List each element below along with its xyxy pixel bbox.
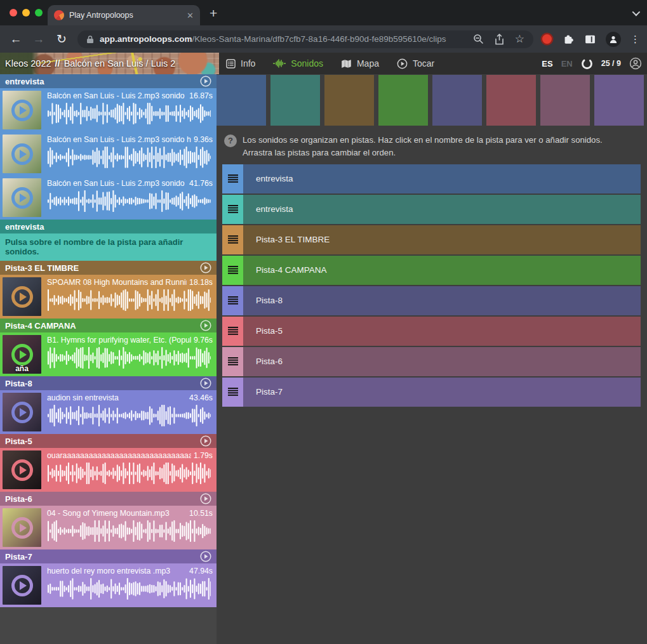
track-section-header[interactable]: Pista-8 (0, 376, 217, 390)
track-row-bar[interactable]: entrevista (243, 195, 641, 224)
drag-handle[interactable] (222, 378, 243, 407)
drag-handle-icon (228, 296, 238, 298)
track-row-label: entrevista (256, 174, 293, 183)
play-clip-icon[interactable] (3, 508, 41, 547)
play-clip-icon[interactable] (3, 135, 41, 173)
lang-es-button[interactable]: ES (542, 59, 552, 69)
clip-meta: 04 - Song of Yimeng Mountain.mp310.51s (44, 506, 217, 549)
track-section-header[interactable]: Pista-6 (0, 492, 217, 506)
track-row-bar[interactable]: Pista-4 CAMPANA (243, 256, 641, 285)
drag-handle[interactable] (222, 164, 243, 194)
drag-handle[interactable] (222, 225, 243, 254)
track-row[interactable]: Pista-4 CAMPANA (222, 256, 641, 285)
play-clip-icon[interactable] (3, 91, 41, 129)
play-ring (11, 344, 33, 365)
back-button[interactable]: ← (6, 30, 25, 49)
track-row[interactable]: Pista-3 EL TIMBRE (222, 225, 641, 254)
header-right: ES EN 25 / 9 (542, 57, 647, 70)
play-ring (11, 517, 33, 539)
track-section-header[interactable]: Pista-7 (0, 549, 217, 563)
clip-item[interactable]: huerto del rey moro entrevista .mp347.94… (0, 563, 217, 607)
play-triangle (20, 408, 27, 417)
bookmark-star-icon[interactable]: ☆ (515, 34, 524, 44)
track-section-header[interactable]: Pista-5 (0, 434, 217, 448)
track-row-bar[interactable]: entrevista (243, 164, 641, 194)
clip-item[interactable]: SPOAMR 08 High Mountains and Running ...… (0, 275, 217, 319)
drag-handle[interactable] (222, 286, 243, 315)
clip-item[interactable]: ouaraaaaaaaaaaaaaaaaaaaaaaaaaaaaaaaaaaa.… (0, 448, 217, 492)
track-section-header[interactable]: entrevista (0, 74, 217, 88)
drag-handle[interactable] (222, 317, 243, 346)
side-panel-icon[interactable] (584, 34, 596, 45)
track-row[interactable]: entrevista (222, 164, 641, 194)
reload-button[interactable]: ↻ (52, 30, 71, 49)
map-thumbnail[interactable]: Kleos 2022//Balcón en San Luis / Luis 2 (0, 53, 219, 74)
track-swatch (594, 75, 644, 126)
track-row[interactable]: Pista-5 (222, 317, 641, 346)
tab-tocar[interactable]: Tocar (397, 58, 434, 69)
info-icon (226, 59, 236, 69)
zoom-window-button[interactable] (35, 9, 43, 16)
person-icon (609, 35, 618, 44)
profile-avatar[interactable] (606, 32, 621, 47)
browser-menu-icon[interactable]: ⋮ (630, 37, 634, 41)
drag-handle[interactable] (222, 195, 243, 224)
play-track-icon[interactable] (200, 551, 211, 562)
lang-en-button[interactable]: EN (561, 59, 573, 69)
play-clip-icon[interactable] (3, 566, 41, 605)
track-row[interactable]: Pista-7 (222, 378, 641, 407)
page-content: entrevistaBalcón en San Luis - Luis 2.mp… (0, 74, 647, 644)
play-clip-icon[interactable] (3, 450, 41, 489)
play-track-icon[interactable] (200, 378, 211, 389)
play-track-icon[interactable] (200, 262, 211, 273)
url-bar[interactable]: app.antropoloops.com/Kleos-Santa-Marina/… (77, 30, 533, 48)
play-clip-icon[interactable] (3, 178, 41, 217)
track-row-bar[interactable]: Pista-6 (243, 347, 641, 376)
clip-item[interactable]: Balcón en San Luis - Luis 2.mp3 sonido h… (0, 88, 217, 132)
clip-item[interactable]: Balcón en San Luis - Luis 2.mp3 sonido h… (0, 132, 217, 176)
close-tab-icon[interactable]: ✕ (187, 11, 194, 20)
clip-meta: audion sin entrevista43.46s (44, 390, 217, 434)
play-track-icon[interactable] (200, 76, 211, 87)
track-row-bar[interactable]: Pista-5 (243, 317, 641, 346)
track-section-header[interactable]: entrevista (0, 220, 217, 233)
play-clip-icon[interactable] (3, 277, 41, 316)
extensions-puzzle-icon[interactable] (563, 33, 575, 45)
play-triangle (20, 292, 27, 301)
app-nav: InfoSonidosMapaTocar (226, 58, 434, 69)
track-row[interactable]: entrevista (222, 195, 641, 224)
play-icon (397, 58, 408, 69)
play-track-icon[interactable] (200, 320, 211, 331)
share-icon[interactable] (495, 34, 504, 45)
browser-tab[interactable]: Play Antropoloops ✕ (48, 5, 200, 25)
minimize-window-button[interactable] (22, 9, 30, 16)
track-section-header[interactable]: Pista-4 CAMPANA (0, 319, 217, 332)
play-track-icon[interactable] (200, 493, 211, 504)
new-tab-button[interactable]: + (210, 6, 217, 21)
track-row-bar[interactable]: Pista-8 (243, 286, 641, 315)
browser-tab-strip: Play Antropoloops ✕ + (0, 0, 647, 25)
track-section-header[interactable]: Pista-3 EL TIMBRE (0, 261, 217, 275)
clip-item[interactable]: 04 - Song of Yimeng Mountain.mp310.51s (0, 506, 217, 549)
account-icon[interactable] (629, 57, 642, 70)
clip-item[interactable]: añaB1. Hymns for purifying water, Etc. (… (0, 332, 217, 376)
drag-handle[interactable] (222, 256, 243, 285)
clip-item[interactable]: audion sin entrevista43.46s (0, 390, 217, 434)
zoom-icon[interactable] (473, 34, 484, 44)
track-row-bar[interactable]: Pista-7 (243, 378, 641, 407)
track-row-bar[interactable]: Pista-3 EL TIMBRE (243, 225, 641, 254)
tab-mapa[interactable]: Mapa (341, 58, 379, 69)
play-track-icon[interactable] (200, 435, 211, 447)
track-row[interactable]: Pista-6 (222, 347, 641, 376)
track-row[interactable]: Pista-8 (222, 286, 641, 315)
tab-sonidos[interactable]: Sonidos (273, 58, 323, 69)
close-window-button[interactable] (10, 9, 17, 16)
play-ring (11, 143, 33, 165)
clip-item[interactable]: Balcón en San Luis - Luis 2.mp3 sonido h… (0, 176, 217, 220)
tab-search-chevron-icon[interactable] (632, 8, 641, 16)
clip-title-row: ouaraaaaaaaaaaaaaaaaaaaaaaaaaaaaaaaaaaa.… (47, 451, 213, 460)
tab-info[interactable]: Info (226, 58, 255, 69)
record-indicator-icon[interactable] (542, 34, 552, 44)
play-clip-icon[interactable] (3, 393, 41, 431)
drag-handle[interactable] (222, 347, 243, 376)
